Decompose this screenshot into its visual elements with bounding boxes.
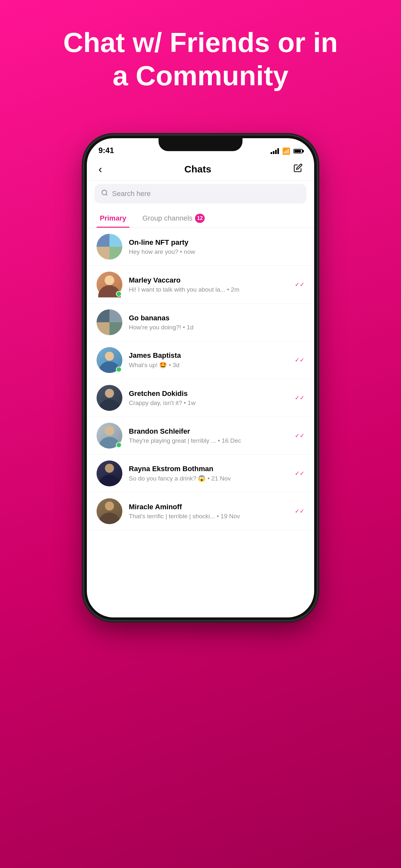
- chat-preview: What's up! 🤩 • 3d: [129, 361, 291, 369]
- chat-name: James Baptista: [129, 351, 291, 360]
- chat-name: On-line NFT party: [129, 238, 305, 247]
- chat-content: Go bananas How're you doing?! • 1d: [129, 314, 305, 331]
- tab-group-channels[interactable]: Group channels 12: [139, 209, 208, 228]
- tab-primary-label: Primary: [100, 214, 126, 222]
- tab-primary[interactable]: Primary: [96, 209, 129, 228]
- headline: Chat w/ Friends or in a Community: [0, 26, 401, 92]
- list-item[interactable]: Gretchen Dokidis Crappy day, isn't it? •…: [87, 379, 314, 417]
- back-button[interactable]: ‹: [98, 163, 102, 175]
- status-icons: 📶: [271, 147, 303, 155]
- tabs: Primary Group channels 12: [87, 209, 314, 228]
- screen: 9:41 📶 ‹ Chats: [87, 138, 314, 617]
- chat-content: Marley Vaccaro Hi! I want to talk with y…: [129, 276, 291, 293]
- tab-group-channels-label: Group channels: [143, 214, 192, 222]
- search-placeholder: Search here: [112, 190, 151, 198]
- avatar: [96, 423, 122, 448]
- chat-meta: ✓✓: [295, 281, 305, 288]
- list-item[interactable]: Miracle Aminoff That's terrific | terrib…: [87, 492, 314, 530]
- read-receipt: ✓✓: [295, 281, 305, 288]
- chat-content: Rayna Ekstrom Bothman So do you fancy a …: [129, 465, 291, 482]
- list-item[interactable]: Rayna Ekstrom Bothman So do you fancy a …: [87, 455, 314, 492]
- headline-text: Chat w/ Friends or in: [63, 27, 338, 58]
- chat-preview: Crappy day, isn't it? • 1w: [129, 399, 291, 407]
- svg-line-1: [106, 194, 107, 195]
- avatar: [96, 272, 122, 298]
- chat-meta: ✓✓: [295, 356, 305, 364]
- chat-meta: ✓✓: [295, 432, 305, 439]
- chat-preview: Hi! I want to talk with you about la... …: [129, 286, 291, 293]
- online-indicator: [116, 442, 122, 448]
- avatar: [96, 309, 122, 335]
- chat-name: Rayna Ekstrom Bothman: [129, 465, 291, 473]
- read-receipt: ✓✓: [295, 507, 305, 515]
- avatar: [96, 461, 122, 486]
- time: 9:41: [98, 146, 114, 155]
- chat-content: James Baptista What's up! 🤩 • 3d: [129, 351, 291, 369]
- chat-name: Go bananas: [129, 314, 305, 322]
- page-title: Chats: [184, 164, 211, 175]
- phone-frame: 9:41 📶 ‹ Chats: [84, 135, 317, 620]
- chat-meta: ✓✓: [295, 470, 305, 477]
- avatar: [96, 234, 122, 259]
- chat-name: Brandon Schleifer: [129, 427, 291, 436]
- list-item[interactable]: Go bananas How're you doing?! • 1d: [87, 304, 314, 341]
- chat-list: On-line NFT party Hey how are you? • now…: [87, 228, 314, 617]
- read-receipt: ✓✓: [295, 356, 305, 364]
- chat-meta: ✓✓: [295, 394, 305, 401]
- search-bar[interactable]: Search here: [95, 184, 306, 204]
- chat-content: Brandon Schleifer They're playing great …: [129, 427, 291, 444]
- avatar: [96, 385, 122, 411]
- chat-preview: That's terrific | terrible | shocki... •…: [129, 513, 291, 520]
- wifi-icon: 📶: [282, 147, 290, 155]
- edit-button[interactable]: [294, 163, 303, 175]
- chat-preview: How're you doing?! • 1d: [129, 324, 305, 331]
- search-icon: [101, 189, 108, 198]
- chat-name: Gretchen Dokidis: [129, 390, 291, 398]
- online-indicator: [116, 367, 122, 372]
- chat-preview: They're playing great | terribly ... • 1…: [129, 437, 291, 444]
- headline-text2: a Community: [113, 60, 289, 91]
- chat-name: Miracle Aminoff: [129, 503, 291, 511]
- chat-name: Marley Vaccaro: [129, 276, 291, 284]
- chat-meta: ✓✓: [295, 507, 305, 515]
- nav-bar: ‹ Chats: [87, 158, 314, 181]
- battery-icon: [294, 149, 303, 153]
- chat-preview: Hey how are you? • now: [129, 248, 305, 255]
- read-receipt: ✓✓: [295, 470, 305, 477]
- read-receipt: ✓✓: [295, 394, 305, 401]
- group-channels-badge: 12: [195, 214, 205, 223]
- notch: [158, 138, 243, 151]
- avatar: [96, 498, 122, 524]
- online-indicator: [116, 291, 122, 297]
- signal-icon: [271, 148, 279, 154]
- avatar: [96, 347, 122, 373]
- list-item[interactable]: James Baptista What's up! 🤩 • 3d ✓✓: [87, 341, 314, 379]
- list-item[interactable]: Brandon Schleifer They're playing great …: [87, 417, 314, 455]
- chat-content: On-line NFT party Hey how are you? • now: [129, 238, 305, 255]
- chat-content: Miracle Aminoff That's terrific | terrib…: [129, 503, 291, 520]
- list-item[interactable]: Marley Vaccaro Hi! I want to talk with y…: [87, 266, 314, 304]
- svg-point-0: [102, 190, 107, 195]
- chat-preview: So do you fancy a drink? 😱 • 21 Nov: [129, 475, 291, 482]
- read-receipt: ✓✓: [295, 432, 305, 439]
- list-item[interactable]: On-line NFT party Hey how are you? • now: [87, 228, 314, 266]
- chat-content: Gretchen Dokidis Crappy day, isn't it? •…: [129, 390, 291, 407]
